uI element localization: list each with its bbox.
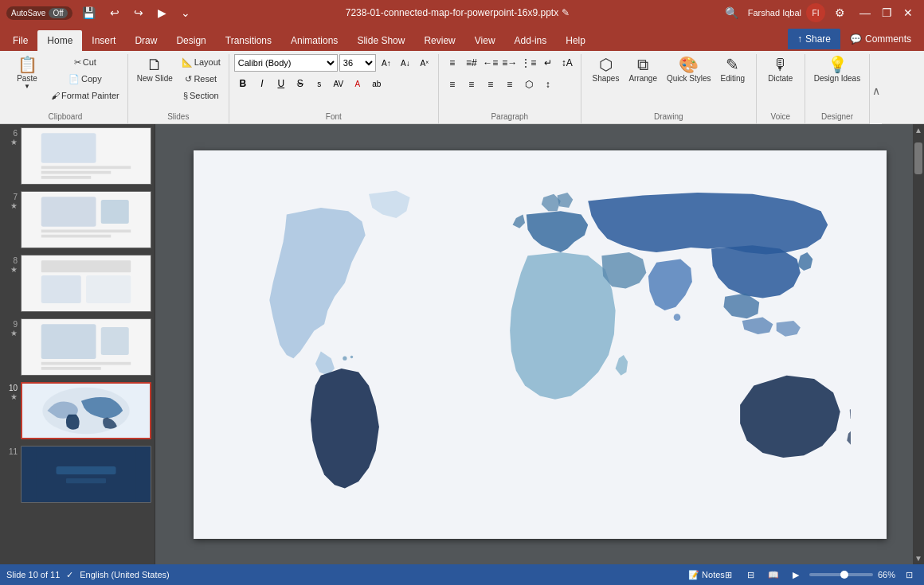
slide-sorter-button[interactable]: ⊟ (742, 567, 760, 582)
numbering-button[interactable]: ≡# (463, 54, 480, 72)
restore-button[interactable]: ❐ (877, 5, 897, 21)
search-button[interactable]: 🔍 (720, 5, 743, 21)
settings-button[interactable]: ⚙ (830, 5, 850, 21)
undo-button[interactable]: ↩ (105, 5, 124, 21)
section-button[interactable]: § Section (178, 88, 224, 103)
tab-file[interactable]: File (3, 30, 37, 51)
underline-button[interactable]: U (272, 75, 290, 92)
font-size-select[interactable]: 36 (339, 54, 376, 72)
line-spacing-button[interactable]: ↕ (539, 76, 557, 93)
world-map-svg[interactable] (229, 174, 851, 516)
vertical-scrollbar[interactable]: ▲ ▼ (913, 124, 924, 564)
svg-rect-23 (66, 478, 106, 483)
scroll-thumb[interactable] (914, 142, 922, 174)
bullets-button[interactable]: ≡ (444, 54, 461, 72)
increase-font-button[interactable]: A↑ (378, 54, 395, 72)
svg-rect-8 (41, 235, 112, 238)
tab-view[interactable]: View (465, 30, 505, 51)
slide-thumb-9[interactable]: 9 ★ (0, 315, 155, 379)
slide-thumb-8[interactable]: 8 ★ (0, 252, 155, 315)
slide-thumb-10[interactable]: 10 ★ (0, 379, 155, 443)
copy-button[interactable]: 📄 Copy (48, 71, 123, 87)
decrease-font-button[interactable]: A↓ (397, 54, 414, 72)
slide-thumb-7[interactable]: 7 ★ (0, 188, 155, 252)
normal-view-button[interactable]: ⊞ (720, 567, 738, 582)
customize-quick-access[interactable]: ⌄ (176, 5, 195, 21)
editing-button[interactable]: ✎ Editing (717, 54, 750, 85)
paragraph-label: Paragraph (491, 112, 528, 123)
layout-button[interactable]: 📐 Layout (178, 54, 224, 70)
zoom-slider[interactable] (809, 573, 873, 576)
highlight-button[interactable]: ab (368, 75, 386, 92)
title-bar-left: AutoSave Off 💾 ↩ ↪ ▶ ⌄ (6, 5, 195, 21)
strikethrough-button[interactable]: S (292, 75, 309, 92)
ribbon-group-paragraph: ≡ ≡# ←≡ ≡→ ⋮≡ ↵ ↕A ≡ ≡ ≡ ≡ ⬡ ↕ Paragraph (439, 54, 581, 123)
tab-share[interactable]: ↑ Share (788, 29, 840, 49)
direction-button[interactable]: ↕A (558, 54, 576, 72)
tab-home[interactable]: Home (37, 30, 82, 51)
filename: 7238-01-connected-map-for-powerpoint-16x… (346, 7, 559, 18)
tab-help[interactable]: Help (556, 30, 595, 51)
ribbon-expand-button[interactable]: ∧ (869, 54, 882, 127)
shapes-button[interactable]: ⬡ Shapes (588, 54, 623, 85)
autosave-toggle[interactable]: AutoSave Off (6, 6, 72, 20)
profile-area[interactable]: Farshad Iqbal FI (748, 3, 825, 22)
tab-comments[interactable]: 💬 Comments (840, 29, 921, 49)
italic-button[interactable]: I (253, 75, 271, 92)
tab-slideshow[interactable]: Slide Show (347, 30, 414, 51)
arrange-button[interactable]: ⧉ Arrange (624, 54, 661, 85)
avatar[interactable]: FI (806, 3, 825, 22)
cut-button[interactable]: ✂ Cut (48, 54, 123, 70)
slides-content: 🗋 New Slide 📐 Layout ↺ Reset § Section (133, 54, 224, 111)
autosave-state[interactable]: Off (49, 8, 67, 18)
ribbon-group-slides: 🗋 New Slide 📐 Layout ↺ Reset § Section S… (128, 54, 229, 123)
tab-transitions[interactable]: Transitions (216, 30, 281, 51)
username: Farshad Iqbal (748, 8, 801, 18)
slide-thumb-11[interactable]: 11 (0, 443, 155, 506)
slideshow-button[interactable]: ▶ (787, 567, 805, 582)
font-color-button[interactable]: A (349, 75, 366, 92)
scroll-up-button[interactable]: ▲ (913, 124, 924, 136)
bold-button[interactable]: B (234, 75, 252, 92)
reset-button[interactable]: ↺ Reset (178, 71, 224, 87)
shadow-button[interactable]: s (311, 75, 328, 92)
zoom-thumb[interactable] (840, 571, 848, 579)
char-spacing-button[interactable]: AV (330, 75, 347, 92)
design-ideas-button[interactable]: 💡 Design Ideas (810, 54, 864, 85)
paste-button[interactable]: 📋 Paste ▼ (8, 54, 46, 92)
tab-insert[interactable]: Insert (82, 30, 125, 51)
reading-view-button[interactable]: 📖 (765, 567, 782, 582)
dictate-button[interactable]: 🎙 Dictate (762, 54, 800, 85)
close-button[interactable]: ✕ (899, 5, 918, 21)
slide-thumb-6[interactable]: 6 ★ (0, 124, 155, 188)
clear-format-button[interactable]: Aˣ (416, 54, 433, 72)
decrease-indent-button[interactable]: ←≡ (482, 54, 499, 72)
tab-review[interactable]: Review (414, 30, 464, 51)
align-right-button[interactable]: ≡ (482, 76, 499, 93)
columns-button[interactable]: ⋮≡ (520, 54, 538, 72)
shapes-icon: ⬡ (599, 57, 613, 72)
align-left-button[interactable]: ≡ (444, 76, 461, 93)
align-center-button[interactable]: ≡ (463, 76, 480, 93)
quick-styles-button[interactable]: 🎨 Quick Styles (663, 54, 715, 85)
justify-button[interactable]: ≡ (501, 76, 519, 93)
rtl-button[interactable]: ↵ (539, 54, 557, 72)
convert-smartart-button[interactable]: ⬡ (520, 76, 538, 93)
tab-animations[interactable]: Animations (281, 30, 347, 51)
paste-dropdown[interactable]: ▼ (24, 83, 30, 90)
format-painter-button[interactable]: 🖌 Format Painter (48, 88, 123, 103)
tab-design[interactable]: Design (166, 30, 215, 51)
notes-button[interactable]: 📝 Notes (698, 567, 715, 582)
tab-draw[interactable]: Draw (125, 30, 166, 51)
scroll-down-button[interactable]: ▼ (913, 552, 924, 564)
increase-indent-button[interactable]: ≡→ (501, 54, 519, 72)
new-slide-button[interactable]: 🗋 New Slide (133, 54, 177, 85)
fit-slide-button[interactable]: ⊡ (900, 567, 918, 582)
save-button[interactable]: 💾 (77, 5, 100, 21)
tab-addins[interactable]: Add-ins (505, 30, 557, 51)
minimize-button[interactable]: — (855, 5, 875, 21)
font-family-select[interactable]: Calibri (Body) (234, 54, 338, 72)
redo-button[interactable]: ↪ (129, 5, 148, 21)
present-button[interactable]: ▶ (153, 5, 171, 21)
slide-panel: 6 ★ 7 ★ (0, 124, 155, 564)
